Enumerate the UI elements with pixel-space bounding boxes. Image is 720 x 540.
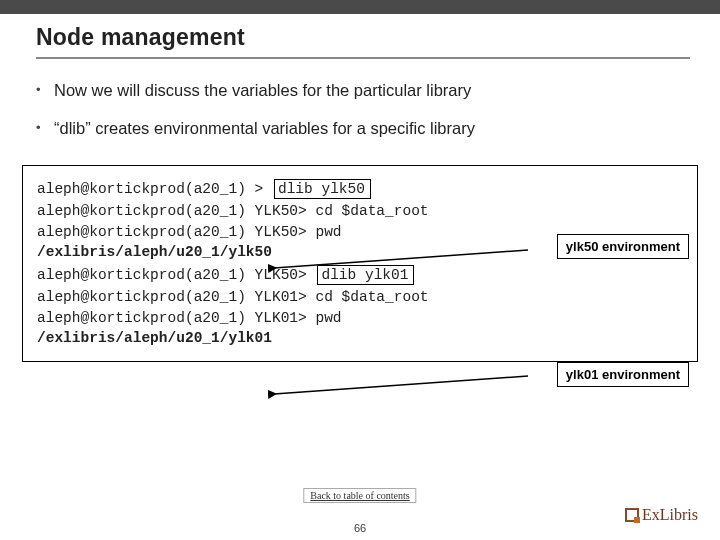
terminal-line: aleph@kortickprod(a20_1) YLK50> dlib ylk…: [37, 265, 683, 285]
bullet-row: • “dlib” creates environmental variables…: [36, 117, 690, 139]
highlighted-command-dlib-ylk01: dlib ylk01: [317, 265, 414, 285]
slide-title: Node management: [36, 24, 690, 59]
terminal-line: aleph@kortickprod(a20_1) YLK50> cd $data…: [37, 203, 683, 219]
environment-badge-ylk50: ylk50 environment: [557, 234, 689, 259]
slide-footer: Back to table of contents 66 ExLibris: [0, 484, 720, 540]
highlighted-command-dlib-ylk50: dlib ylk50: [274, 179, 371, 199]
arrow-to-path-2: [268, 370, 548, 400]
terminal-output-path: /exlibris/aleph/u20_1/ylk01: [37, 330, 683, 346]
logo-mark-icon: [625, 508, 639, 522]
terminal-line: aleph@kortickprod(a20_1) YLK01> pwd: [37, 310, 683, 326]
bullet-text: “dlib” creates environmental variables f…: [54, 117, 690, 139]
slide-top-bar: [0, 0, 720, 14]
svg-line-1: [274, 376, 528, 394]
exlibris-logo: ExLibris: [625, 506, 698, 524]
prompt: aleph@kortickprod(a20_1) YLK50>: [37, 267, 307, 283]
back-to-toc-link[interactable]: Back to table of contents: [303, 488, 416, 503]
prompt: aleph@kortickprod(a20_1) >: [37, 181, 263, 197]
bullet-dot: •: [36, 117, 54, 139]
title-container: Node management: [0, 14, 720, 65]
terminal-line: aleph@kortickprod(a20_1) > dlib ylk50: [37, 179, 683, 199]
bullet-list: • Now we will discuss the variables for …: [0, 65, 720, 165]
bullet-dot: •: [36, 79, 54, 101]
environment-badge-ylk01: ylk01 environment: [557, 362, 689, 387]
terminal-box: aleph@kortickprod(a20_1) > dlib ylk50 al…: [22, 165, 698, 362]
bullet-text: Now we will discuss the variables for th…: [54, 79, 690, 101]
page-number: 66: [354, 522, 366, 534]
bullet-row: • Now we will discuss the variables for …: [36, 79, 690, 101]
terminal-line: aleph@kortickprod(a20_1) YLK01> cd $data…: [37, 289, 683, 305]
logo-text: ExLibris: [642, 506, 698, 524]
